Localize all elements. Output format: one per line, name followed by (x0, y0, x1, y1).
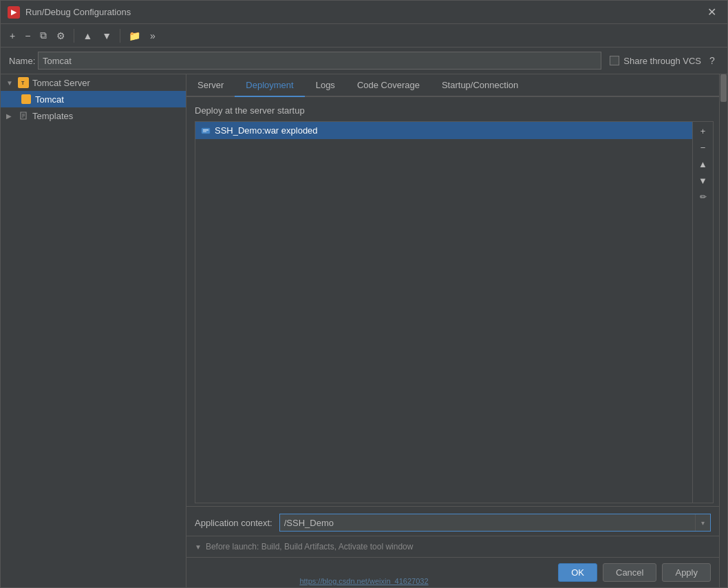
application-context-label: Application context: (195, 518, 272, 528)
tab-server[interactable]: Server (186, 74, 235, 97)
tab-code-coverage[interactable]: Code Coverage (346, 74, 431, 97)
templates-icon (17, 110, 30, 121)
tab-startup-connection[interactable]: Startup/Connection (431, 74, 529, 97)
add-deployment-button[interactable]: + (696, 123, 711, 138)
sidebar-item-tomcat-server[interactable]: ▼ T Tomcat Server (1, 74, 186, 91)
copy-config-button[interactable]: ⧉ (36, 28, 50, 43)
context-dropdown-button[interactable]: ▾ (695, 514, 710, 531)
folder-button[interactable]: 📁 (125, 28, 144, 43)
templates-label: Templates (32, 111, 73, 121)
cancel-button[interactable]: Cancel (603, 563, 656, 582)
application-context-row: Application context: ▾ (186, 506, 719, 536)
before-launch-label: Before launch: Build, Build Artifacts, A… (206, 542, 414, 552)
settings-button[interactable]: ⚙ (53, 28, 69, 43)
svg-text:T: T (21, 81, 25, 85)
title-bar-left: ▶ Run/Debug Configurations (8, 6, 131, 19)
deployment-list: SSH_Demo:war exploded (195, 122, 692, 503)
svg-rect-6 (202, 128, 210, 134)
vcs-row: Share through VCS ? (610, 54, 719, 67)
name-label: Name: (9, 56, 35, 66)
config-name-input[interactable] (38, 52, 601, 70)
deployment-item-name: SSH_Demo:war exploded (215, 125, 318, 136)
scroll-thumb[interactable] (720, 74, 727, 102)
tab-logs[interactable]: Logs (305, 74, 346, 97)
title-bar: ▶ Run/Debug Configurations ✕ (1, 1, 727, 24)
tomcat-icon (20, 94, 32, 105)
remove-config-button[interactable]: − (21, 28, 34, 43)
toolbar-separator-2 (120, 29, 120, 43)
close-button[interactable]: ✕ (703, 4, 720, 20)
move-deployment-up-button[interactable]: ▲ (696, 156, 711, 171)
tomcat-server-icon: T (17, 77, 30, 88)
main-window: ▶ Run/Debug Configurations ✕ + − ⧉ ⚙ ▲ ▼… (0, 0, 728, 588)
right-panel: Server Deployment Logs Code Coverage Sta… (186, 74, 719, 587)
before-launch: ▼ Before launch: Build, Build Artifacts,… (186, 536, 719, 557)
deploy-at-startup-label: Deploy at the server startup (195, 105, 714, 116)
tab-deployment[interactable]: Deployment (235, 74, 304, 97)
bottom-bar: OK Cancel Apply (186, 557, 719, 587)
artifact-icon (201, 126, 211, 136)
deployment-panel: Deploy at the server startup SSH (186, 97, 719, 503)
move-down-button[interactable]: ▼ (98, 28, 115, 43)
move-deployment-down-button[interactable]: ▼ (696, 173, 711, 188)
tabs-row: Server Deployment Logs Code Coverage Sta… (186, 74, 719, 97)
apply-button[interactable]: Apply (662, 563, 711, 582)
name-bar: Name: Share through VCS ? (1, 48, 727, 74)
help-button[interactable]: ? (705, 54, 719, 67)
toolbar: + − ⧉ ⚙ ▲ ▼ 📁 » (1, 24, 727, 48)
svg-point-2 (23, 96, 30, 103)
vertical-scrollbar[interactable] (719, 74, 727, 587)
sidebar-item-tomcat[interactable]: Tomcat (1, 91, 186, 107)
edit-deployment-button[interactable]: ✏ (696, 189, 711, 204)
main-content: ▼ T Tomcat Server (1, 74, 727, 587)
remove-deployment-button[interactable]: − (696, 140, 711, 155)
side-buttons: + − ▲ ▼ ✏ (692, 122, 713, 503)
tree-arrow-templates: ▶ (6, 112, 17, 120)
svg-rect-8 (203, 131, 206, 132)
deployment-area: SSH_Demo:war exploded + − ▲ ▼ ✏ (195, 121, 714, 503)
tomcat-label: Tomcat (35, 94, 64, 105)
app-icon: ▶ (8, 6, 20, 19)
deployment-item[interactable]: SSH_Demo:war exploded (195, 122, 692, 139)
toolbar-separator-1 (74, 29, 74, 43)
window-title: Run/Debug Configurations (25, 7, 131, 17)
tomcat-server-label: Tomcat Server (32, 78, 90, 88)
more-button[interactable]: » (147, 28, 159, 43)
scroll-track (720, 74, 727, 587)
context-input-wrap: ▾ (279, 514, 711, 532)
vcs-label: Share through VCS (623, 56, 701, 66)
add-config-button[interactable]: + (6, 28, 19, 43)
application-context-input[interactable] (280, 516, 695, 529)
move-up-button[interactable]: ▲ (79, 28, 96, 43)
svg-rect-7 (203, 129, 208, 131)
sidebar-item-templates[interactable]: ▶ Templates (1, 107, 186, 124)
ok-button[interactable]: OK (558, 563, 597, 582)
vcs-checkbox[interactable] (610, 56, 619, 65)
tree-arrow-tomcat-server: ▼ (6, 79, 17, 87)
before-launch-arrow[interactable]: ▼ (195, 543, 202, 551)
sidebar: ▼ T Tomcat Server (1, 74, 186, 587)
